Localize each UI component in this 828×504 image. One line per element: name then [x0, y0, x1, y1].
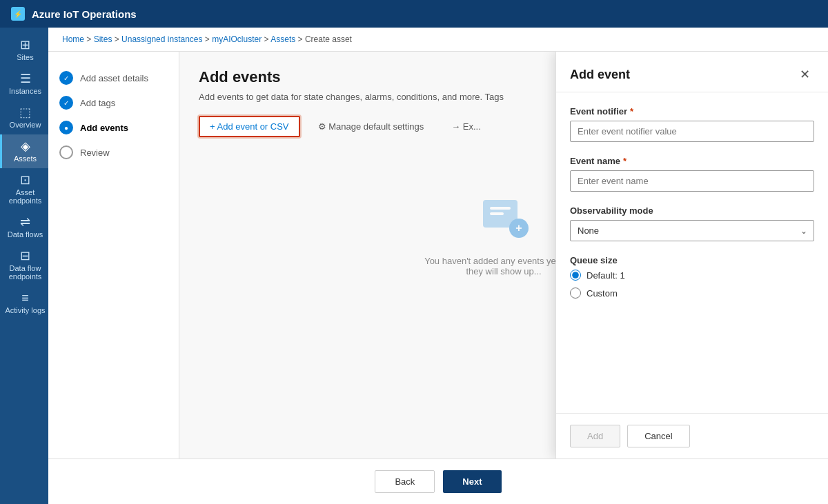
panel-title: Add event	[570, 68, 630, 82]
breadcrumb: Home > Sites > Unassigned instances > my…	[48, 28, 828, 52]
content-area: Home > Sites > Unassigned instances > my…	[48, 28, 828, 504]
empty-state-subtext: they will show up...	[466, 266, 541, 276]
observability-mode-label: Observability mode	[570, 205, 814, 216]
bottom-bar: Back Next	[48, 458, 828, 504]
step-add-events[interactable]: ● Add events	[59, 115, 168, 140]
breadcrumb-assets[interactable]: Assets	[270, 34, 295, 44]
queue-size-custom-radio[interactable]	[570, 288, 581, 299]
instances-icon: ☰	[20, 72, 31, 85]
overview-icon: ⬚	[19, 106, 31, 119]
step-label-3: Add events	[80, 123, 128, 133]
manage-label: ⚙ Manage default settings	[318, 121, 424, 132]
sidebar-item-sites[interactable]: ⊞ Sites	[0, 33, 48, 67]
app-icon: ⚡	[11, 7, 25, 21]
sidebar-item-asset-endpoints[interactable]: ⊡ Asset endpoints	[0, 168, 48, 210]
observability-mode-select[interactable]: None Log Gauge Counter	[570, 220, 814, 241]
step-nav: ✓ Add asset details ✓ Add tags ● Add eve…	[48, 52, 179, 458]
sidebar-label-instances: Instances	[9, 87, 41, 95]
queue-size-default-option[interactable]: Default: 1	[570, 270, 814, 281]
step-add-tags[interactable]: ✓ Add tags	[59, 90, 168, 115]
sites-icon: ⊞	[20, 39, 30, 51]
step-circle-2: ✓	[59, 96, 73, 110]
sidebar-label-asset-endpoints: Asset endpoints	[5, 188, 46, 205]
sidebar-item-assets[interactable]: ◈ Assets	[0, 134, 48, 168]
panel-cancel-button[interactable]: Cancel	[627, 425, 689, 447]
main-content: Add events Add events to get data for st…	[179, 52, 828, 458]
panel-add-button[interactable]: Add	[570, 425, 620, 447]
queue-size-label: Queue size	[570, 255, 814, 265]
queue-size-radio-group: Default: 1 Custom	[570, 270, 814, 299]
add-event-panel: Add event ✕ Event notifier *	[555, 52, 828, 458]
sidebar-item-activity-logs[interactable]: ≡ Activity logs	[0, 286, 48, 320]
step-label-2: Add tags	[80, 98, 115, 108]
empty-state-illustration: +	[476, 190, 531, 245]
observability-mode-select-wrapper: None Log Gauge Counter ⌄	[570, 220, 814, 241]
event-notifier-label: Event notifier *	[570, 106, 814, 117]
step-circle-1: ✓	[59, 71, 73, 85]
page-description: Add events to get data for state changes…	[199, 92, 613, 102]
breadcrumb-sites[interactable]: Sites	[94, 34, 112, 44]
sidebar-label-overview: Overview	[10, 121, 41, 129]
queue-size-custom-label: Custom	[586, 288, 618, 299]
sidebar: ⊞ Sites ☰ Instances ⬚ Overview ◈ Assets …	[0, 28, 48, 504]
event-name-group: Event name *	[570, 156, 814, 192]
event-notifier-required: *	[630, 106, 633, 117]
queue-size-custom-option[interactable]: Custom	[570, 288, 814, 299]
event-name-input[interactable]	[570, 170, 814, 192]
step-label-4: Review	[80, 148, 110, 158]
queue-size-default-radio[interactable]	[570, 270, 581, 281]
queue-size-default-label: Default: 1	[586, 270, 625, 281]
step-label-1: Add asset details	[80, 73, 148, 83]
breadcrumb-home[interactable]: Home	[62, 34, 84, 44]
data-flows-icon: ⇌	[20, 216, 30, 228]
sidebar-label-sites: Sites	[17, 53, 33, 61]
sidebar-label-activity-logs: Activity logs	[5, 306, 45, 314]
panel-footer: Add Cancel	[556, 413, 828, 458]
panel-body: Event notifier * Event name *	[556, 92, 828, 413]
export-label: → Ex...	[451, 121, 481, 132]
sidebar-item-data-flows[interactable]: ⇌ Data flows	[0, 210, 48, 244]
breadcrumb-current: Create asset	[305, 34, 352, 44]
top-bar: ⚡ Azure IoT Operations	[0, 0, 828, 28]
event-notifier-group: Event notifier *	[570, 106, 814, 142]
breadcrumb-unassigned[interactable]: Unassigned instances	[121, 34, 202, 44]
app-title: Azure IoT Operations	[32, 8, 137, 20]
manage-default-settings-button[interactable]: ⚙ Manage default settings	[308, 117, 434, 136]
asset-endpoints-icon: ⊡	[20, 174, 30, 186]
next-button[interactable]: Next	[443, 470, 501, 493]
observability-mode-group: Observability mode None Log Gauge Counte…	[570, 205, 814, 241]
activity-logs-icon: ≡	[21, 292, 29, 304]
data-flow-endpoints-icon: ⊟	[20, 250, 30, 262]
step-review[interactable]: Review	[59, 140, 168, 165]
add-event-label: + Add event or CSV	[210, 121, 289, 132]
sidebar-item-instances[interactable]: ☰ Instances	[0, 67, 48, 101]
svg-text:+: +	[515, 222, 522, 234]
main-layout: ⊞ Sites ☰ Instances ⬚ Overview ◈ Assets …	[0, 28, 828, 504]
queue-size-group: Queue size Default: 1 Custom	[570, 255, 814, 299]
svg-rect-1	[490, 207, 511, 210]
event-name-label: Event name *	[570, 156, 814, 166]
sidebar-label-assets: Assets	[14, 154, 37, 163]
sidebar-label-data-flow-endpoints: Data flow endpoints	[5, 264, 46, 281]
step-circle-3: ●	[59, 121, 73, 134]
sidebar-item-data-flow-endpoints[interactable]: ⊟ Data flow endpoints	[0, 244, 48, 286]
step-circle-4	[59, 145, 73, 159]
add-event-button[interactable]: + Add event or CSV	[199, 116, 300, 137]
page-body: ✓ Add asset details ✓ Add tags ● Add eve…	[48, 52, 828, 458]
panel-header: Add event ✕	[556, 52, 828, 92]
event-notifier-input[interactable]	[570, 121, 814, 142]
panel-close-button[interactable]: ✕	[796, 65, 814, 83]
back-button[interactable]: Back	[375, 470, 435, 493]
svg-rect-2	[490, 212, 504, 215]
sidebar-label-data-flows: Data flows	[8, 230, 43, 239]
event-name-required: *	[623, 156, 627, 166]
export-button[interactable]: → Ex...	[442, 117, 491, 136]
assets-icon: ◈	[21, 140, 30, 152]
breadcrumb-cluster[interactable]: myAIOcluster	[212, 34, 262, 44]
sidebar-item-overview[interactable]: ⬚ Overview	[0, 101, 48, 134]
step-add-asset-details[interactable]: ✓ Add asset details	[59, 65, 168, 90]
